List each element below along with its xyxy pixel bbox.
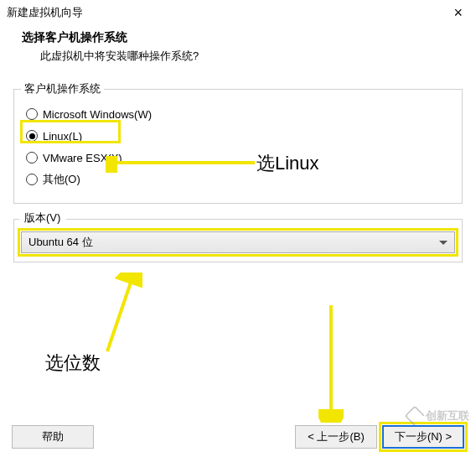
- radio-label: Linux(L): [43, 130, 82, 143]
- chevron-down-icon: [439, 241, 448, 245]
- radio-windows[interactable]: Microsoft Windows(W): [26, 104, 453, 124]
- page-title: 选择客户机操作系统: [22, 30, 449, 45]
- version-groupbox: 版本(V) Ubuntu 64 位: [13, 219, 463, 262]
- watermark-small: ·····: [353, 434, 365, 444]
- radio-other[interactable]: 其他(O): [26, 169, 453, 190]
- version-dropdown[interactable]: Ubuntu 64 位: [21, 231, 455, 253]
- svg-line-3: [107, 278, 132, 351]
- arrow-next: [318, 304, 344, 423]
- os-group-legend: 客户机操作系统: [21, 81, 104, 96]
- page-subtitle: 此虚拟机中将安装哪种操作系统?: [22, 49, 449, 64]
- watermark-text: 创新互联: [426, 408, 469, 423]
- watermark: 创新互联: [407, 408, 469, 423]
- close-icon[interactable]: ×: [448, 5, 468, 20]
- radio-linux[interactable]: Linux(L): [26, 126, 453, 146]
- watermark-icon: [404, 405, 425, 426]
- annotation-bits: 选位数: [45, 351, 101, 376]
- version-group-legend: 版本(V): [21, 210, 64, 226]
- radio-icon: [26, 152, 38, 164]
- radio-label: 其他(O): [43, 172, 80, 187]
- dropdown-selected-value: Ubuntu 64 位: [28, 235, 93, 250]
- window-title: 新建虚拟机向导: [7, 5, 83, 20]
- help-button[interactable]: 帮助: [12, 425, 94, 449]
- radio-label: Microsoft Windows(W): [43, 108, 152, 121]
- os-groupbox: 客户机操作系统 Microsoft Windows(W) Linux(L) VM…: [13, 89, 463, 204]
- radio-label: VMware ESX(X): [43, 152, 122, 164]
- radio-icon: [26, 174, 38, 185]
- next-button[interactable]: 下一步(N) >: [382, 425, 464, 449]
- radio-vmware-esx[interactable]: VMware ESX(X): [26, 148, 453, 168]
- radio-icon: [26, 130, 38, 142]
- arrow-bits: [92, 273, 142, 356]
- radio-icon: [26, 108, 38, 120]
